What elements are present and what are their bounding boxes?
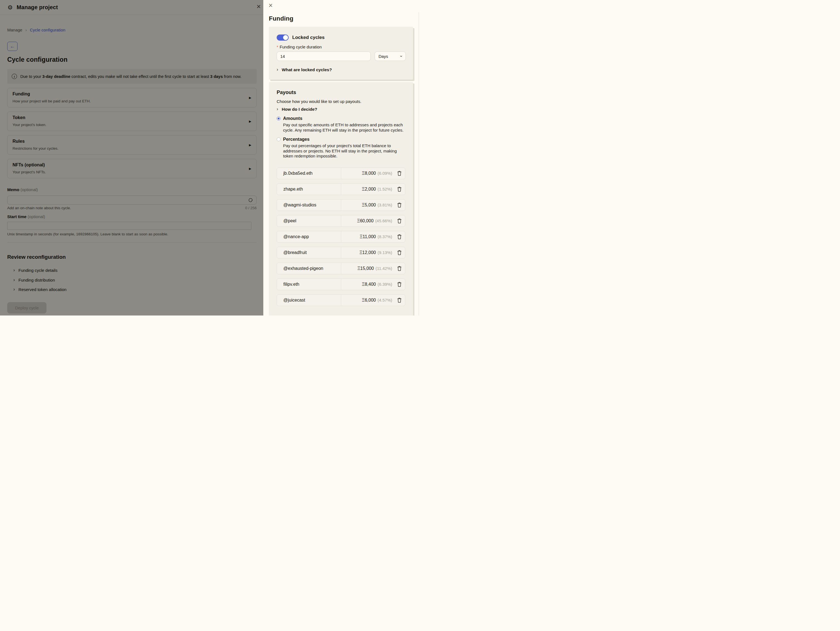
payout-row: @peel Ξ60,000 (45.66%) <box>277 215 405 227</box>
locked-cycles-card: Locked cycles *Funding cycle duration Da… <box>269 27 413 80</box>
row-divider <box>341 279 341 290</box>
payout-recipient: zhape.eth <box>277 187 362 192</box>
faq-label: What are locked cycles? <box>282 67 332 73</box>
radio-unselected-icon[interactable] <box>277 137 281 141</box>
payout-percent: (9.13%) <box>377 250 392 255</box>
radio-description: Pay out specific amounts of ETH to addre… <box>283 122 406 133</box>
payout-recipient: @nance-app <box>277 234 360 239</box>
drawer-title: Funding <box>269 15 294 22</box>
payout-percent: (6.39%) <box>377 282 392 287</box>
payout-row: zhape.eth Ξ2,000 (1.52%) <box>277 183 405 195</box>
chevron-right-icon: › <box>277 67 278 72</box>
drawer-scrollbar[interactable] <box>418 12 420 316</box>
radio-label: Amounts <box>283 116 302 121</box>
payout-row: filipv.eth Ξ8,400 (6.39%) <box>277 279 405 290</box>
drawer-close-icon[interactable]: × <box>268 2 273 9</box>
trash-icon[interactable] <box>397 218 402 223</box>
payout-amount: Ξ8,000 <box>362 171 376 176</box>
row-divider <box>341 231 341 242</box>
payout-percent: (3.81%) <box>377 202 392 207</box>
payout-amount: Ξ2,000 <box>362 187 376 192</box>
payout-amount: Ξ15,000 <box>357 266 374 271</box>
payouts-heading: Payouts <box>277 90 405 95</box>
payout-option-percentages[interactable]: Percentages Pay out percentages of your … <box>277 137 405 159</box>
funding-cycle-duration-label: *Funding cycle duration <box>277 44 322 49</box>
trash-icon[interactable] <box>397 282 402 287</box>
dim-overlay[interactable] <box>0 0 263 316</box>
trash-icon[interactable] <box>397 234 402 239</box>
radio-label: Percentages <box>283 137 309 142</box>
payout-recipient: @peel <box>277 218 357 223</box>
trash-icon[interactable] <box>397 187 402 192</box>
row-divider <box>341 199 341 211</box>
payout-percent: (4.57%) <box>377 298 392 303</box>
trash-icon[interactable] <box>397 202 402 208</box>
required-asterisk: * <box>277 44 278 49</box>
row-divider <box>341 168 341 179</box>
payout-recipient: @exhausted-pigeon <box>277 266 357 271</box>
trash-icon[interactable] <box>397 266 402 271</box>
row-divider <box>341 263 341 274</box>
row-divider <box>341 184 341 195</box>
payout-amount: Ξ60,000 <box>357 218 374 223</box>
payout-percent: (8.37%) <box>377 234 392 239</box>
payout-amount: Ξ5,000 <box>362 202 376 208</box>
locked-cycles-toggle[interactable] <box>277 35 289 41</box>
chevron-down-icon: › <box>399 55 404 57</box>
payout-recipient: @wagmi-studios <box>277 202 362 208</box>
payout-row: @exhausted-pigeon Ξ15,000 (11.42%) <box>277 263 405 274</box>
row-divider <box>341 215 341 227</box>
payout-amount: Ξ8,400 <box>362 282 376 287</box>
payout-row: jb.0xba5ed.eth Ξ8,000 (6.09%) <box>277 167 405 179</box>
payout-recipient: @breadfruit <box>277 250 359 255</box>
payout-amount: Ξ11,000 <box>360 234 376 239</box>
payout-recipient: filipv.eth <box>277 282 362 287</box>
payout-recipient: @juicecast <box>277 298 362 303</box>
payout-list: jb.0xba5ed.eth Ξ8,000 (6.09%) zhape.eth … <box>277 167 405 306</box>
payout-recipient: jb.0xba5ed.eth <box>277 171 362 176</box>
payout-row: @juicecast Ξ6,000 (4.57%) <box>277 294 405 306</box>
duration-unit-value: Days <box>379 54 388 59</box>
row-divider <box>341 247 341 258</box>
payout-row: @nance-app Ξ11,000 (8.37%) <box>277 231 405 243</box>
radio-description: Pay out percentages of your project's to… <box>283 143 406 159</box>
row-divider <box>341 295 341 306</box>
funding-drawer: × Funding Locked cycles *Funding cycle d… <box>263 0 420 316</box>
payouts-card: Payouts Choose how you would like to set… <box>269 82 413 316</box>
payouts-faq[interactable]: › How do I decide? <box>277 107 405 112</box>
locked-cycles-label: Locked cycles <box>292 35 325 40</box>
toggle-knob <box>283 35 288 40</box>
trash-icon[interactable] <box>397 171 402 176</box>
payout-row: @breadfruit Ξ12,000 (9.13%) <box>277 247 405 259</box>
duration-unit-select[interactable]: Days › <box>375 52 406 61</box>
locked-cycles-faq[interactable]: › What are locked cycles? <box>277 67 332 73</box>
payout-amount: Ξ12,000 <box>359 250 376 255</box>
payout-row: @wagmi-studios Ξ5,000 (3.81%) <box>277 199 405 211</box>
payout-option-amounts[interactable]: Amounts Pay out specific amounts of ETH … <box>277 116 405 133</box>
faq-label: How do I decide? <box>282 107 317 112</box>
payout-percent: (1.52%) <box>377 187 392 191</box>
trash-icon[interactable] <box>397 298 402 303</box>
payout-percent: (6.09%) <box>377 171 392 175</box>
duration-input[interactable] <box>277 52 371 61</box>
radio-selected-icon[interactable] <box>277 117 281 120</box>
chevron-right-icon: › <box>277 107 278 111</box>
trash-icon[interactable] <box>397 250 402 255</box>
payout-percent: (11.42%) <box>376 266 392 271</box>
payouts-subheading: Choose how you would like to set up payo… <box>277 99 405 104</box>
payout-percent: (45.66%) <box>375 218 392 223</box>
payout-amount: Ξ6,000 <box>362 298 376 303</box>
